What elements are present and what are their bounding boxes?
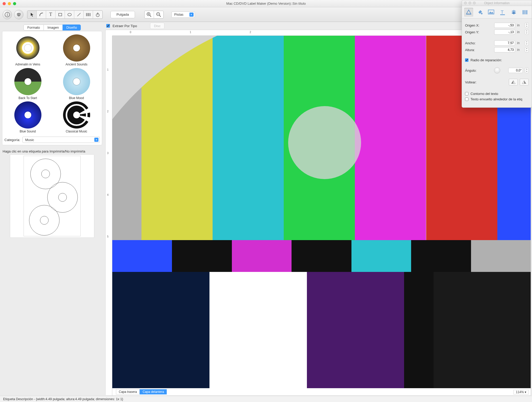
layer-tabs: Capa trasera Capa delantera: [116, 389, 167, 394]
design-thumb[interactable]: Ancient Sounds: [55, 34, 98, 66]
tools-segment: T: [27, 10, 103, 19]
chevron-down-icon: ▾: [94, 138, 98, 142]
width-stepper[interactable]: ▲▼: [525, 40, 529, 46]
zoom-in-button[interactable]: [145, 11, 154, 18]
design-thumb[interactable]: Back To Start: [6, 68, 50, 100]
flip-horizontal-button[interactable]: [509, 79, 518, 86]
titlebar: Mac CD/DVD Label Maker (Demo Version)::S…: [0, 0, 532, 7]
svg-point-2: [7, 13, 8, 14]
design-label: Blue Mood: [69, 96, 84, 100]
tracks-dropdown-value: Pistas: [174, 13, 183, 16]
layout-svg: [23, 156, 81, 236]
outline-text-checkbox[interactable]: [465, 92, 468, 95]
svg-point-4: [19, 14, 20, 15]
design-thumb[interactable]: Adrenalin in Veins: [6, 34, 50, 66]
inspector-tab-shadow[interactable]: [509, 8, 518, 17]
height-stepper[interactable]: ▲▼: [525, 47, 529, 52]
mask-icon: [16, 12, 21, 17]
design-label: Back To Start: [18, 96, 37, 100]
design-label: Adrenalin in Veins: [15, 63, 40, 66]
left-panel: Formato Imagen Diseño Adrenalin in Veins…: [0, 22, 104, 396]
zoom-out-button[interactable]: [154, 11, 163, 18]
stopwatch-tool[interactable]: [93, 11, 102, 19]
ruler-mark: 2: [250, 31, 251, 34]
rect-tool[interactable]: [55, 11, 65, 19]
height-label: Altura:: [465, 48, 486, 52]
angle-stepper[interactable]: ▲▼: [525, 68, 529, 73]
width-field[interactable]: [494, 40, 515, 46]
inspector-titlebar[interactable]: Object Information: [462, 0, 532, 6]
inspector-panel[interactable]: Object Information T Origen X: in ▲▼ Ori…: [462, 0, 532, 108]
ruler-vertical: 1 2 3 4 5: [106, 36, 112, 395]
toolbar: T Pulgada Pistas ▾: [0, 7, 532, 22]
arc-icon: [39, 12, 44, 17]
category-dropdown[interactable]: Music ▾: [22, 137, 100, 143]
mask-button[interactable]: [14, 10, 23, 19]
zoom-indicator[interactable]: 114% ▾: [514, 390, 529, 394]
inspector-tab-fill[interactable]: [475, 8, 484, 17]
angle-field[interactable]: [508, 68, 523, 73]
origin-y-stepper[interactable]: ▲▼: [525, 29, 529, 35]
design-thumb[interactable]: Blue Sound: [6, 101, 50, 133]
geometry-icon: [465, 9, 472, 16]
inspector-tab-image[interactable]: [487, 8, 496, 17]
align-icon: [522, 9, 528, 15]
text-icon: T: [49, 12, 52, 17]
angle-dial[interactable]: [494, 67, 500, 74]
inspector-body: Origen X: in ▲▼ Origen Y: in ▲▼ Ancho: i…: [462, 19, 532, 107]
origin-x-stepper[interactable]: ▲▼: [525, 23, 529, 28]
svg-rect-1: [7, 14, 8, 16]
inspector-tab-align[interactable]: [521, 8, 529, 17]
line-tool[interactable]: [74, 11, 84, 19]
inspector-tab-text[interactable]: T: [498, 8, 507, 17]
height-field[interactable]: [494, 47, 515, 52]
pointer-tool[interactable]: [27, 11, 37, 19]
tab-diseno[interactable]: Diseño: [63, 25, 81, 31]
ellipse-tool[interactable]: [65, 11, 74, 19]
barcode-icon: [86, 13, 91, 17]
svg-point-3: [18, 14, 18, 15]
maximize-icon[interactable]: [13, 2, 16, 5]
tracks-dropdown[interactable]: Pistas ▾: [171, 11, 195, 18]
design-grid: Adrenalin in Veins Ancient Sounds Back T…: [4, 33, 100, 135]
text-tool[interactable]: T: [46, 11, 55, 19]
inspector-tab-geometry[interactable]: [464, 8, 473, 17]
design-thumb[interactable]: Classical Music: [55, 101, 98, 133]
tab-formato[interactable]: Formato: [23, 25, 44, 31]
layer-tab-front[interactable]: Capa delantera: [140, 389, 167, 394]
minimize-icon[interactable]: [8, 2, 11, 5]
outline-text-label: Contorno del texto: [471, 92, 498, 96]
tab-imagen[interactable]: Imagen: [44, 25, 63, 31]
origin-x-field[interactable]: [494, 23, 515, 28]
ruler-mark: 0: [130, 31, 131, 34]
width-label: Ancho:: [465, 41, 486, 45]
flip-vertical-button[interactable]: [520, 79, 529, 86]
svg-line-22: [159, 15, 161, 17]
repair-radio-checkbox[interactable]: [465, 58, 468, 62]
extract-checkbox[interactable]: [106, 24, 110, 28]
svg-rect-37: [524, 10, 525, 14]
design-pane: Adrenalin in Veins Ancient Sounds Back T…: [2, 31, 102, 145]
chevron-down-icon: ▾: [189, 13, 194, 17]
unit-label: in: [517, 23, 523, 27]
svg-point-32: [481, 13, 482, 14]
flip-h-icon: [511, 80, 516, 84]
svg-rect-36: [523, 10, 524, 14]
design-thumb[interactable]: Blue Mood: [55, 68, 98, 100]
svg-rect-35: [500, 14, 505, 15]
category-value: Music: [25, 138, 34, 142]
wrap-text-checkbox[interactable]: [465, 98, 468, 101]
layout-preview[interactable]: [10, 154, 94, 238]
unit-label: in: [517, 41, 523, 45]
close-icon[interactable]: [3, 2, 6, 5]
image-icon: [488, 9, 494, 15]
arc-tool[interactable]: [37, 11, 46, 19]
ruler-mark: 4: [107, 193, 109, 196]
layer-tab-back[interactable]: Capa trasera: [116, 389, 140, 394]
origin-y-field[interactable]: [494, 29, 515, 35]
info-button[interactable]: [3, 10, 12, 19]
angle-label: Ángulo:: [465, 69, 486, 72]
barcode-tool[interactable]: [84, 11, 93, 19]
window-controls: [3, 2, 16, 5]
unit-button[interactable]: Pulgada: [110, 11, 135, 18]
